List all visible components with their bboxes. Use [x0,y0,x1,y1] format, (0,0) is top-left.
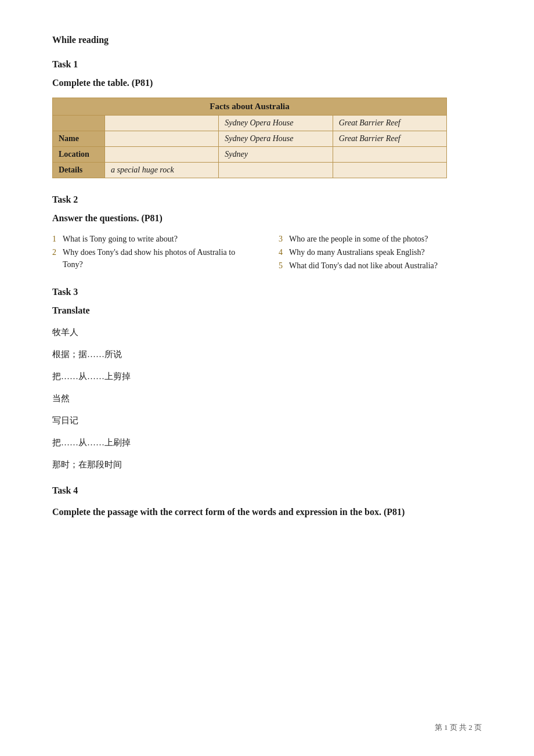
task1-instruction: Complete the table. (P81) [52,78,482,88]
translate-item-3: 把……从……上剪掉 [52,369,482,383]
table-row-location: Location Sydney [53,147,447,163]
task3-instruction: Translate [52,305,482,316]
translate-item-4: 当然 [52,391,482,405]
questions-left-col: 1 What is Tony going to write about? 2 W… [52,233,255,273]
translate-item-7: 那时；在那段时间 [52,458,482,471]
table-row-details: Details a special huge rock [53,163,447,178]
task3-block: Task 3 Translate 牧羊人 根据；据……所说 把……从……上剪掉 … [52,287,482,471]
location-col1 [105,147,219,163]
details-col2 [219,163,333,178]
question-1: 1 What is Tony going to write about? [52,233,255,245]
details-col1: a special huge rock [105,163,219,178]
location-col2: Sydney [219,147,333,163]
translate-item-5: 写日记 [52,413,482,427]
q2-number: 2 [52,246,59,258]
question-3: 3 Who are the people in some of the phot… [279,233,482,245]
name-col1 [105,131,219,147]
task2-label: Task 2 [52,195,482,205]
translate-item-2: 根据；据……所说 [52,347,482,361]
task3-label: Task 3 [52,287,482,297]
q2-text: Why does Tony's dad show his photos of A… [63,246,255,271]
translate-item-6: 把……从……上刷掉 [52,435,482,449]
footer-text: 第 1 页 共 2 页 [435,723,482,732]
location-col3 [333,147,446,163]
task1-block: Task 1 Complete the table. (P81) Facts a… [52,59,482,178]
task2-instruction: Answer the questions. (P81) [52,213,482,224]
q1-number: 1 [52,233,59,245]
q3-number: 3 [279,233,286,245]
row-header-details: Details [53,163,105,178]
task4-instruction: Complete the passage with the correct fo… [52,504,482,521]
task1-label: Task 1 [52,59,482,70]
task2-block: Task 2 Answer the questions. (P81) 1 Wha… [52,195,482,273]
col-blank-header [53,116,105,131]
table-title: Facts about Australia [53,98,447,116]
question-5: 5 What did Tony's dad not like about Aus… [279,260,482,272]
while-reading-section: While reading [52,35,482,45]
q4-text: Why do many Australians speak English? [289,246,482,258]
name-col2: Sydney Opera House [219,131,333,147]
translate-item-1: 牧羊人 [52,325,482,339]
col-great-barrier-header: Great Barrier Reef [333,116,446,131]
q5-number: 5 [279,260,286,272]
table-row-name: Name Sydney Opera House Great Barrier Re… [53,131,447,147]
task4-label: Task 4 [52,485,482,496]
col-blank-header2 [105,116,219,131]
details-col3 [333,163,446,178]
row-header-location: Location [53,147,105,163]
questions-grid: 1 What is Tony going to write about? 2 W… [52,233,482,273]
question-4: 4 Why do many Australians speak English? [279,246,482,258]
questions-right-col: 3 Who are the people in some of the phot… [279,233,482,273]
while-reading-title: While reading [52,35,482,45]
question-2: 2 Why does Tony's dad show his photos of… [52,246,255,271]
q4-number: 4 [279,246,286,258]
name-col3: Great Barrier Reef [333,131,446,147]
page-footer: 第 1 页 共 2 页 [435,722,482,733]
facts-table: Facts about Australia Sydney Opera House… [52,98,447,178]
q1-text: What is Tony going to write about? [63,233,255,245]
q5-text: What did Tony's dad not like about Austr… [289,260,482,272]
row-header-name: Name [53,131,105,147]
translate-list: 牧羊人 根据；据……所说 把……从……上剪掉 当然 写日记 把……从……上刷掉 … [52,325,482,471]
col-sydney-opera-header: Sydney Opera House [219,116,333,131]
q3-text: Who are the people in some of the photos… [289,233,482,245]
task4-block: Task 4 Complete the passage with the cor… [52,485,482,521]
